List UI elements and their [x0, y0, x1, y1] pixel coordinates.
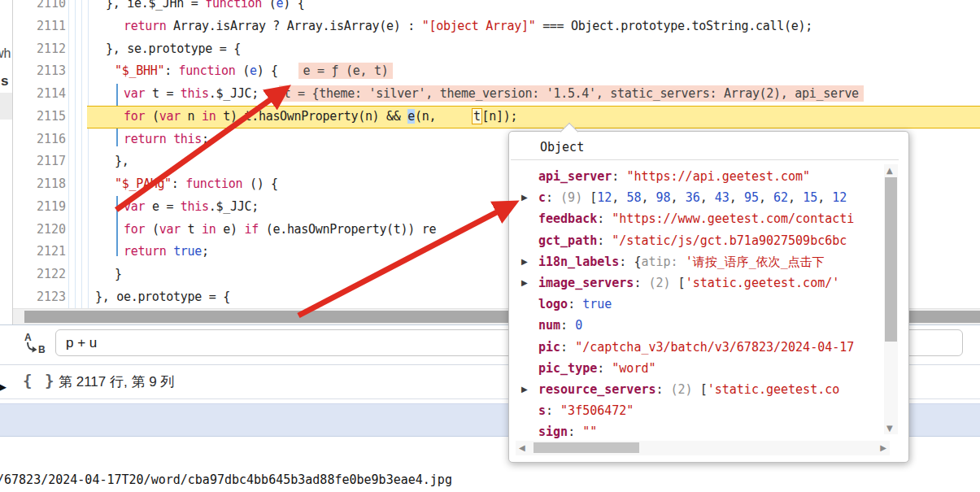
property-value-segment: 'static.geetest.co — [708, 382, 840, 397]
left-clipped-panel: wh s — [0, 0, 13, 324]
line-number[interactable]: 2117 — [12, 150, 77, 173]
line-number[interactable]: 2118 — [12, 173, 77, 196]
code-segment: ) { — [283, 0, 304, 11]
line-number[interactable]: 2116 — [12, 128, 77, 151]
clipped-selection — [0, 93, 12, 120]
property-value-segment: 'static.geetest.com/' — [686, 276, 840, 290]
property-value-segment: 15 — [803, 190, 817, 205]
object-property-row: gct_path: "/static/js/gct.b71a9027509bc6… — [509, 230, 882, 251]
inline-eval-hint: t = {theme: 'silver', theme_version: '1.… — [279, 85, 864, 102]
property-colon: : — [568, 425, 582, 439]
code-segment: function — [179, 63, 236, 78]
object-property-list: api_server: "https://api.geetest.com"▶c:… — [509, 166, 882, 439]
line-number[interactable]: 2123 — [12, 286, 77, 308]
rename-a-to-b-icon: A B — [21, 332, 49, 355]
code-segment: var — [159, 109, 181, 124]
property-value-segment: (2) — [648, 276, 677, 290]
line-number[interactable]: 2111 — [12, 15, 77, 38]
code-text: for (var n in t) t.hasOwnProperty(n) && … — [87, 106, 980, 128]
scrollbar-thumb[interactable] — [885, 177, 897, 342]
object-property-row: pic_type: "word" — [509, 358, 882, 379]
code-segment: }, se.prototype = { — [106, 41, 241, 56]
scroll-down-icon[interactable]: ▼ — [886, 424, 893, 433]
code-segment: (e.hasOwnProperty(t)) re — [259, 222, 436, 237]
code-segment: Array.isArray ? Array.isArray(e) : — [166, 19, 421, 33]
code-segment: "[object Array]" — [422, 19, 536, 33]
line-number[interactable]: 2110 — [12, 0, 77, 15]
line-number[interactable]: 2120 — [12, 219, 77, 242]
cursor-position-text: 第 2117 行, 第 9 列 — [59, 372, 174, 391]
code-line-2110: 2110}, ie.$_JHn = function (e) { — [12, 0, 980, 15]
line-number[interactable]: 2119 — [12, 196, 77, 219]
code-segment: [n]); — [482, 109, 518, 124]
code-segment: this — [181, 86, 209, 101]
code-segment: var — [124, 86, 145, 101]
property-name: i18n_labels — [538, 255, 619, 269]
code-segment — [166, 132, 173, 146]
object-property-row: ▶i18n_labels: {atip: '请按_语序_依次_点击下 — [509, 251, 882, 272]
code-segment: ( — [145, 109, 159, 124]
property-colon: : — [597, 233, 612, 248]
property-value-segment: 36 — [686, 190, 700, 205]
property-value-segment: "https://api.geetest.com" — [626, 169, 810, 184]
property-value-segment: "3f506472" — [560, 403, 634, 418]
property-value-segment: , — [817, 190, 832, 205]
property-name: sign — [538, 425, 568, 439]
image-path-text: /67823/2024-04-17T20/word/cba97dbc4bb645… — [0, 472, 452, 487]
drawer-expand-icon[interactable]: ▶ — [0, 381, 7, 393]
code-segment: } — [115, 267, 122, 281]
code-segment: in — [202, 109, 216, 124]
property-colon: : — [634, 276, 648, 290]
popup-horizontal-scrollbar[interactable]: ◀ ▶ — [516, 441, 890, 455]
scroll-up-icon[interactable]: ▲ — [886, 166, 893, 175]
code-segment: t — [181, 222, 202, 237]
scroll-left-icon[interactable]: ◀ — [519, 443, 525, 452]
clipped-text: s — [1, 73, 8, 89]
object-property-row: ▶c: (9) [12, 58, 98, 36, 43, 95, 62, 15,… — [509, 187, 882, 208]
line-number[interactable]: 2112 — [12, 38, 77, 61]
code-segment: this — [173, 132, 202, 146]
code-segment: e — [250, 63, 257, 78]
line-number[interactable]: 2122 — [12, 263, 77, 286]
property-value-segment: 43 — [715, 190, 730, 205]
property-name: image_servers — [538, 276, 634, 290]
code-segment: ; — [202, 132, 209, 146]
code-segment — [166, 244, 173, 259]
line-number[interactable]: 2121 — [12, 241, 77, 263]
code-segment: function — [205, 0, 262, 11]
hovered-variable-token[interactable]: t — [472, 108, 482, 124]
line-number[interactable]: 2114 — [12, 83, 77, 106]
expander-triangle-icon[interactable]: ▶ — [521, 251, 528, 272]
property-value-segment: "/static/js/gct.b71a9027509bc6bc — [612, 233, 847, 248]
property-value-segment: 62 — [773, 190, 788, 205]
code-segment: : — [164, 63, 178, 78]
code-text: var t = this.$_JJC; t = {theme: 'silver'… — [87, 83, 980, 106]
code-segment: }, — [115, 154, 128, 168]
property-name: pic_type — [538, 361, 597, 376]
object-property-row: sign: "" — [509, 421, 882, 439]
scroll-right-icon[interactable]: ▶ — [880, 443, 886, 452]
code-segment: var — [159, 222, 181, 237]
code-segment: }, ie.$_JHn = — [106, 0, 205, 11]
braces-pretty-print-icon[interactable]: { } — [23, 372, 55, 390]
property-name: feedback — [538, 211, 597, 226]
property-colon: : — [546, 190, 560, 205]
code-segment: function — [185, 176, 242, 191]
expander-triangle-icon[interactable]: ▶ — [521, 379, 528, 400]
selected-token[interactable]: e — [407, 109, 415, 124]
popup-vertical-scrollbar[interactable]: ▲ ▼ — [884, 164, 898, 434]
property-value-segment: [ — [590, 190, 597, 205]
code-segment: return — [124, 132, 166, 146]
line-number[interactable]: 2115 — [12, 106, 77, 128]
code-segment: ( — [145, 222, 159, 237]
code-segment: in — [202, 222, 216, 237]
scrollbar-thumb[interactable] — [534, 442, 639, 453]
line-number[interactable]: 2113 — [12, 60, 77, 83]
code-segment: "$_BHH" — [115, 63, 164, 78]
property-value-segment: 98 — [656, 190, 671, 205]
code-segment: }, oe.prototype = { — [95, 290, 230, 304]
object-property-row: logo: true — [509, 294, 882, 315]
expander-triangle-icon[interactable]: ▶ — [521, 187, 528, 208]
expander-triangle-icon[interactable]: ▶ — [521, 272, 528, 294]
property-value-segment: 95 — [744, 190, 759, 205]
